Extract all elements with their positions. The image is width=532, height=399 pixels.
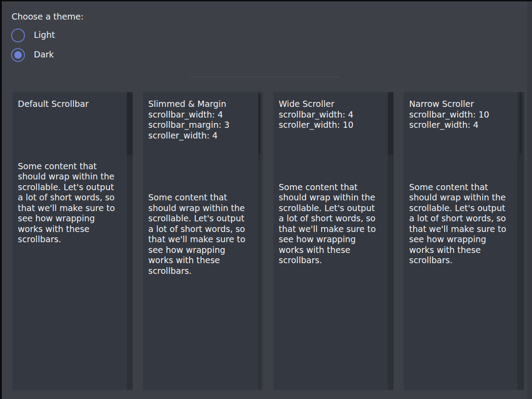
panel-content-text: Some content that should wrap within the…	[148, 192, 252, 276]
radio-label-dark: Dark	[34, 49, 54, 60]
panel-title: Default Scrollbar	[18, 99, 122, 110]
radio-icon-light[interactable]	[11, 28, 25, 42]
scrollable-panel-default[interactable]: Default Scrollbar Some content that shou…	[12, 92, 133, 390]
app-background: Choose a theme: Light Dark Default Scrol…	[2, 1, 532, 399]
panel-property: scrollbar_width: 10	[409, 110, 513, 120]
scrollable-panel-narrow-scroller[interactable]: Narrow Scroller scrollbar_width: 10 scro…	[404, 92, 524, 390]
panel-content-text: Some content that should wrap within the…	[279, 182, 383, 266]
radio-label-light: Light	[34, 30, 55, 41]
scrollbar-thumb[interactable]	[520, 92, 522, 155]
scrollbar-thumb[interactable]	[388, 92, 394, 155]
scrollable-panel-wide-scroller[interactable]: Wide Scroller scrollbar_width: 4 scrolle…	[273, 92, 394, 390]
scrollbar-thumb[interactable]	[127, 92, 133, 155]
panel-property: scroller_width: 4	[148, 130, 252, 141]
panel-content-text: Some content that should wrap within the…	[18, 161, 122, 245]
radio-icon-dark[interactable]	[11, 48, 25, 62]
theme-chooser-label: Choose a theme:	[12, 12, 84, 22]
radio-option-dark[interactable]: Dark	[11, 48, 54, 62]
window-edge	[527, 1, 532, 399]
panel-property: scrollbar_margin: 3	[148, 120, 252, 130]
panel-title: Wide Scroller	[279, 99, 383, 110]
panel-title: Slimmed & Margin	[148, 99, 252, 110]
panel-property: scroller_width: 4	[409, 120, 513, 130]
scrollable-panel-slimmed-margin[interactable]: Slimmed & Margin scrollbar_width: 4 scro…	[143, 92, 263, 390]
scrollbar-thumb[interactable]	[258, 94, 261, 154]
panel-property: scroller_width: 10	[279, 120, 383, 130]
panel-property: scrollbar_width: 4	[279, 110, 383, 120]
panel-property: scrollbar_width: 4	[148, 110, 252, 120]
panel-content-text: Some content that should wrap within the…	[409, 182, 513, 266]
panel-title: Narrow Scroller	[409, 99, 513, 110]
radio-dot-dark	[14, 51, 22, 59]
radio-option-light[interactable]: Light	[11, 28, 55, 42]
divider-rule	[190, 77, 339, 77]
